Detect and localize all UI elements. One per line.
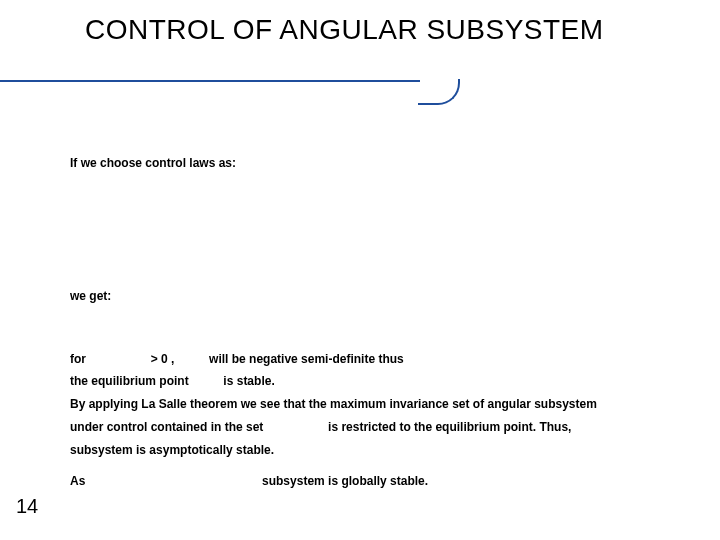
formula-block-vdot (70, 311, 700, 351)
text-as-line: As subsystem is globally stable. (70, 473, 700, 490)
page-number: 14 (16, 495, 38, 518)
rule-curve (418, 79, 460, 105)
rule-line (0, 80, 420, 82)
text-global: subsystem is globally stable. (262, 474, 428, 488)
text-for: for (70, 352, 86, 366)
text-lasalle: By applying La Salle theorem we see that… (70, 396, 700, 413)
formula-block-u (70, 178, 700, 288)
text-for-line: for > 0 , will be negative semi-definite… (70, 351, 700, 368)
text-gt0: > 0 , (151, 352, 175, 366)
slide: CONTROL OF ANGULAR SUBSYSTEM If we choos… (0, 0, 720, 540)
text-is-stable: is stable. (223, 374, 274, 388)
text-asym: subsystem is asymptotically stable. (70, 442, 700, 459)
text-eq-line: the equilibrium point is stable. (70, 373, 700, 390)
text-eq-point: the equilibrium point (70, 374, 189, 388)
text-restricted: is restricted to the equilibrium point. … (328, 420, 571, 434)
text-under-control: under control contained in the set (70, 420, 263, 434)
text-choose-laws: If we choose control laws as: (70, 155, 700, 172)
text-under-line: under control contained in the set is re… (70, 419, 700, 436)
text-as: As (70, 474, 85, 488)
text-we-get: we get: (70, 288, 700, 305)
slide-title: CONTROL OF ANGULAR SUBSYSTEM (85, 14, 604, 46)
slide-body: If we choose control laws as: we get: fo… (70, 155, 700, 495)
text-neg-semi: will be negative semi-definite thus (209, 352, 404, 366)
